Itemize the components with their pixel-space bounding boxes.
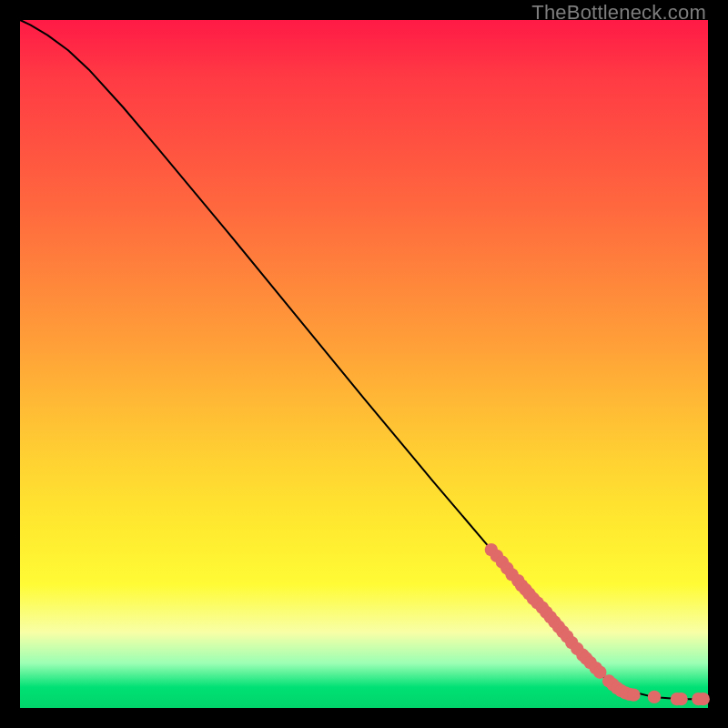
scatter-dot [627,688,640,701]
gradient-plot-area [20,20,708,708]
chart-svg [20,20,708,708]
scatter-dot [674,693,687,705]
curve-line [20,20,708,699]
scatter-markers [485,543,710,705]
scatter-dot [648,691,661,703]
chart-frame: TheBottleneck.com [0,0,728,728]
chart-curve-path [20,20,708,699]
scatter-dot [697,693,710,705]
